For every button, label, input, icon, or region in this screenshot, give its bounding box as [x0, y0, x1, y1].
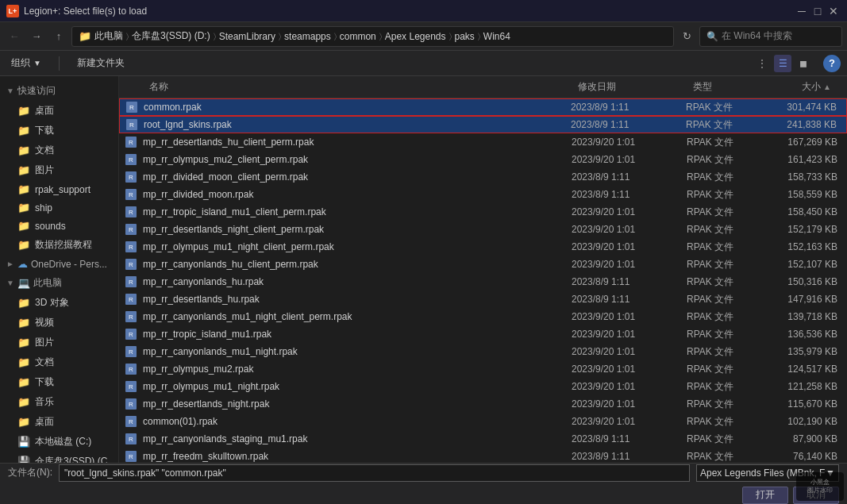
- help-button[interactable]: ?: [823, 55, 841, 72]
- table-row[interactable]: R mp_rr_desertlands_hu_client_perm.rpak …: [119, 133, 847, 151]
- col-header-date[interactable]: 修改日期: [572, 76, 687, 98]
- back-button[interactable]: ←: [5, 27, 24, 46]
- file-date: 2023/9/20 1:01: [572, 311, 687, 322]
- file-date: 2023/9/20 1:01: [572, 224, 687, 235]
- path-seg-4: common: [340, 31, 376, 42]
- this-pc-label: 此电脑: [33, 276, 62, 290]
- view-detail-button[interactable]: ☰: [774, 55, 791, 72]
- search-bar[interactable]: 🔍 在 Win64 中搜索: [699, 26, 842, 47]
- open-button[interactable]: 打开: [742, 487, 788, 504]
- maximize-button[interactable]: □: [810, 4, 825, 18]
- forward-button[interactable]: →: [27, 27, 46, 46]
- table-row[interactable]: R common.rpak 2023/8/9 1:11 RPAK 文件 301,…: [119, 98, 847, 116]
- file-icon-cell: R: [119, 311, 143, 322]
- app-icon: L+: [6, 5, 19, 17]
- file-date: 2023/8/9 1:11: [571, 119, 686, 130]
- table-row[interactable]: R mp_rr_divided_moon_client_perm.rpak 20…: [119, 168, 847, 186]
- table-row[interactable]: R mp_rr_canyonlands_staging_mu1.rpak 202…: [119, 430, 847, 448]
- sidebar-item-3d[interactable]: 📁 3D 对象: [0, 293, 118, 313]
- new-folder-button[interactable]: 新建文件夹: [72, 54, 129, 72]
- quick-access-header[interactable]: ▼ 快速访问: [0, 81, 118, 101]
- sidebar-item-video[interactable]: 📁 视频: [0, 313, 118, 333]
- file-icon-cell: R: [119, 381, 143, 392]
- sidebar-item-drive-d[interactable]: 💾 仓库盘3(SSD) (C: [0, 452, 118, 463]
- col-header-type[interactable]: 类型: [687, 76, 758, 98]
- view-extra-button[interactable]: ⋮: [753, 55, 771, 72]
- file-icon-cell: R: [119, 206, 143, 217]
- rpak-file-icon: R: [125, 259, 137, 270]
- sidebar-item-downloads2[interactable]: 📁 下载: [0, 372, 118, 392]
- sidebar-item-rpak-support[interactable]: 📁 rpak_support: [0, 180, 118, 198]
- sidebar-item-documents[interactable]: 📁 文档: [0, 140, 118, 160]
- column-headers: 名称 修改日期 类型 大小 ▲: [119, 76, 847, 98]
- this-pc-header[interactable]: ▼ 💻 此电脑: [0, 273, 118, 293]
- view-large-button[interactable]: ◼: [795, 55, 812, 72]
- rpak-file-icon: R: [125, 189, 137, 200]
- sidebar-item-desktop[interactable]: 📁 桌面: [0, 101, 118, 121]
- table-row[interactable]: R mp_rr_canyonlands_hu.rpak 2023/8/9 1:1…: [119, 273, 847, 290]
- onedrive-header[interactable]: ► ☁ OneDrive - Pers...: [0, 255, 118, 273]
- titlebar-left: L+ Legion+: Select file(s) to load: [6, 5, 147, 17]
- file-type: RPAK 文件: [687, 188, 758, 202]
- table-row[interactable]: R mp_rr_desertlands_night.rpak 2023/9/20…: [119, 395, 847, 413]
- file-size: 76,140 KB: [758, 451, 837, 462]
- table-row[interactable]: R root_lgnd_skins.rpak 2023/8/9 1:11 RPA…: [119, 116, 847, 133]
- table-row[interactable]: R mp_rr_olympus_mu1_night_client_perm.rp…: [119, 238, 847, 256]
- file-size: 167,269 KB: [758, 137, 837, 148]
- file-type: RPAK 文件: [687, 363, 758, 376]
- rpak-support-folder-icon: 📁: [17, 183, 30, 195]
- file-date: 2023/8/9 1:11: [572, 294, 687, 305]
- sidebar-item-music[interactable]: 📁 音乐: [0, 392, 118, 412]
- file-name: mp_rr_desertlands_hu.rpak: [143, 294, 572, 305]
- file-type: RPAK 文件: [687, 258, 758, 271]
- sidebar-item-pictures[interactable]: 📁 图片: [0, 160, 118, 180]
- table-row[interactable]: R common(01).rpak 2023/9/20 1:01 RPAK 文件…: [119, 413, 847, 430]
- rpak-file-icon: R: [125, 433, 137, 444]
- table-row[interactable]: R mp_rr_freedm_skulltown.rpak 2023/8/9 1…: [119, 448, 847, 463]
- table-row[interactable]: R mp_rr_divided_moon.rpak 2023/8/9 1:11 …: [119, 186, 847, 203]
- table-row[interactable]: R mp_rr_canyonlands_mu1_night_client_per…: [119, 308, 847, 325]
- file-icon-cell: R: [119, 154, 143, 165]
- file-size: 301,474 KB: [757, 102, 837, 113]
- table-row[interactable]: R mp_rr_olympus_mu2.rpak 2023/9/20 1:01 …: [119, 360, 847, 378]
- refresh-button[interactable]: ↻: [677, 27, 696, 46]
- minimize-button[interactable]: ─: [795, 4, 809, 18]
- sidebar-item-sounds[interactable]: 📁 sounds: [0, 217, 118, 235]
- rpak-file-icon: R: [125, 398, 137, 410]
- file-size: 152,163 KB: [758, 241, 837, 252]
- filename-input[interactable]: [59, 464, 690, 482]
- file-date: 2023/9/20 1:01: [572, 416, 687, 427]
- table-row[interactable]: R mp_rr_tropic_island_mu1_client_perm.rp…: [119, 203, 847, 221]
- rpak-file-icon: R: [125, 206, 137, 217]
- close-button[interactable]: ✕: [826, 4, 841, 18]
- sounds-label: sounds: [35, 221, 66, 232]
- table-row[interactable]: R mp_rr_canyonlands_mu1_night.rpak 2023/…: [119, 343, 847, 360]
- path-bar[interactable]: 📁 此电脑 〉 仓库盘3(SSD) (D:) 〉 SteamLibrary 〉 …: [71, 26, 674, 47]
- file-name: mp_rr_olympus_mu1_night.rpak: [143, 381, 572, 392]
- table-row[interactable]: R mp_rr_desertlands_night_client_perm.rp…: [119, 221, 847, 238]
- sidebar-item-pictures2[interactable]: 📁 图片: [0, 333, 118, 352]
- sidebar-item-ship[interactable]: 📁 ship: [0, 198, 118, 217]
- file-type: RPAK 文件: [687, 171, 758, 184]
- file-date: 2023/9/20 1:01: [572, 329, 687, 340]
- drive-d-label: 仓库盘3(SSD) (C: [35, 455, 107, 463]
- sidebar-item-tutorial[interactable]: 📁 数据挖掘教程: [0, 235, 118, 255]
- table-row[interactable]: R mp_rr_canyonlands_hu_client_perm.rpak …: [119, 256, 847, 273]
- col-header-name[interactable]: 名称: [143, 76, 572, 98]
- table-row[interactable]: R mp_rr_desertlands_hu.rpak 2023/8/9 1:1…: [119, 290, 847, 308]
- table-row[interactable]: R mp_rr_tropic_island_mu1.rpak 2023/9/20…: [119, 325, 847, 343]
- sidebar-item-documents2[interactable]: 📁 文档: [0, 352, 118, 372]
- organize-button[interactable]: 组织 ▼: [6, 54, 46, 72]
- music-label: 音乐: [35, 395, 54, 409]
- file-type: RPAK 文件: [687, 380, 758, 394]
- file-name: mp_rr_tropic_island_mu1_client_perm.rpak: [143, 206, 572, 217]
- table-row[interactable]: R mp_rr_olympus_mu1_night.rpak 2023/9/20…: [119, 378, 847, 395]
- file-size: 121,258 KB: [758, 381, 837, 392]
- up-button[interactable]: ↑: [49, 27, 68, 46]
- sidebar-item-downloads[interactable]: 📁 下载: [0, 121, 118, 140]
- sidebar-item-drive-c[interactable]: 💾 本地磁盘 (C:): [0, 432, 118, 452]
- sidebar-item-desktop2[interactable]: 📁 桌面: [0, 412, 118, 432]
- table-row[interactable]: R mp_rr_olympus_mu2_client_perm.rpak 202…: [119, 151, 847, 168]
- filename-label: 文件名(N):: [8, 466, 52, 479]
- col-header-size[interactable]: 大小 ▲: [758, 76, 837, 98]
